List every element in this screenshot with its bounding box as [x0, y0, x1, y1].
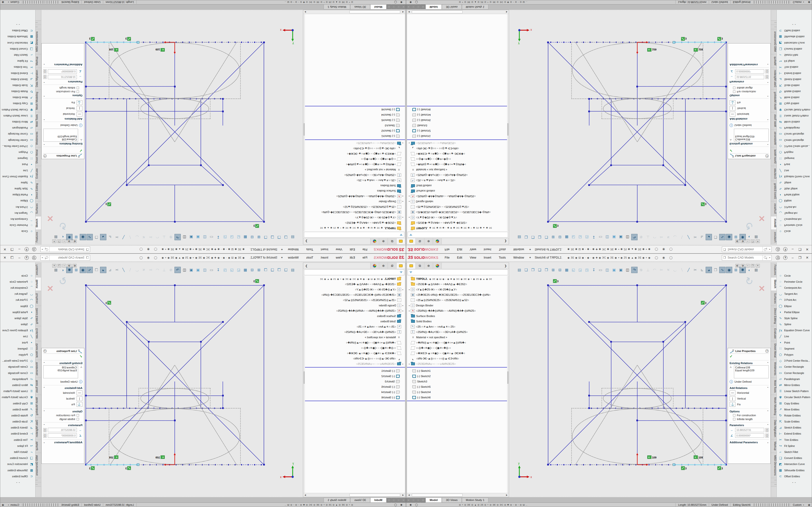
tree-horizontal-scrollbar[interactable]: ◀ ▶: [407, 493, 509, 497]
doc-window-button[interactable]: ❐: [751, 264, 755, 268]
toolbar-ring-icon[interactable]: ◯: [154, 256, 157, 259]
toolbar-icon[interactable]: ⊕: [638, 267, 644, 273]
menu-item[interactable]: View: [335, 247, 343, 251]
tool-item[interactable]: ✾ Circular Sketch Pattern: [777, 107, 812, 113]
expand-arrow-icon[interactable]: ▸: [401, 195, 404, 198]
tool-item[interactable]: ◗ Partial Ellipse: [0, 192, 35, 198]
help-icon[interactable]: ?: [43, 154, 47, 158]
tool-item[interactable]: ◠ 3 Point Arc: [777, 297, 812, 303]
status-custom-dropdown[interactable]: Custom ▴: [5, 503, 22, 506]
tool-item[interactable]: ↗ Move Entities: [0, 406, 35, 412]
doc-window-button[interactable]: ◧: [735, 239, 740, 243]
toolbar-icon[interactable]: ◫: [202, 234, 208, 240]
tree-row[interactable]: ○∙◎✚○✳◉[○ ◦ ○]◉✳○✚◎∙○: [407, 157, 509, 162]
tool-item[interactable]: ◯ Ellipse: [0, 303, 35, 309]
toolbar-icon[interactable]: ✕: [141, 267, 147, 273]
toolbar-icon[interactable]: ◲: [577, 234, 583, 240]
menu-item[interactable]: File: [362, 247, 368, 251]
tool-item[interactable]: ⇄ Mirror Entities: [777, 119, 812, 125]
document-tab[interactable]: 3D Views: [442, 5, 462, 9]
scroll-left-icon[interactable]: ◀: [401, 11, 405, 13]
relation-badges[interactable]: = 109 = 109 3 3 3 3: [553, 279, 723, 470]
tree-vertical-scrollbar[interactable]: [507, 14, 509, 231]
section-options[interactable]: Options ⌃: [43, 408, 83, 413]
tree-row[interactable]: Surface Bodies: [303, 314, 405, 319]
toolbar-icon[interactable]: ◠: [652, 267, 658, 273]
help-icon[interactable]: ?: [765, 349, 769, 353]
sketch-blue-geometry[interactable]: [86, 285, 264, 465]
scroll-track[interactable]: [411, 10, 505, 14]
tree-row[interactable]: ○∙◎✚○✳◉[○ ◦ ○]◉✳○✚◎∙○: [407, 345, 509, 350]
more-tools-chevron-icon[interactable]: ⌄⌄: [777, 481, 812, 483]
tree-row[interactable]: ▸ ▯ Design Binder: [303, 303, 405, 308]
parameter-field[interactable]: 0.00000000°: [48, 69, 77, 74]
toolbar-icon[interactable]: ❒: [543, 234, 550, 240]
toolbar-icon[interactable]: ▣: [618, 234, 624, 240]
add-relation-row[interactable]: — Horizontal: [43, 112, 83, 117]
toolbar-icon[interactable]: ▦: [564, 267, 570, 273]
scroll-track[interactable]: [411, 493, 505, 497]
search-input[interactable]: [50, 247, 85, 251]
tool-item[interactable]: ◯ Ellipse: [0, 198, 35, 204]
tool-item[interactable]: ◌ Perimeter Circle: [777, 279, 812, 285]
tool-item[interactable]: ⊞ Copy Entities: [0, 101, 35, 107]
toolbar-icon[interactable]: ❑: [269, 234, 275, 240]
tool-item[interactable]: ⊿ Stretch Entities: [777, 425, 812, 431]
toolbar-icon[interactable]: ∿: [719, 267, 725, 273]
document-tab[interactable]: 3D Views: [350, 498, 370, 502]
tool-item[interactable]: ⠿ Linear Sketch Pattern: [0, 113, 35, 119]
command-tab[interactable]: Data Migration: [35, 68, 41, 90]
menu-item[interactable]: View: [469, 256, 477, 260]
toolbar-icon[interactable]: ✂: [114, 234, 120, 240]
tree-row[interactable]: ◔ ○25▲◎25ИNЗЕ25○ ◦ ○25ЗЕNИ52◎▲52○: [303, 204, 405, 210]
toolbar-icon[interactable]: ⊞: [733, 267, 739, 273]
tool-item[interactable]: ∿ Style Spline: [0, 315, 35, 321]
menu-item[interactable]: View: [335, 256, 343, 260]
command-tab[interactable]: Evaluate: [771, 166, 777, 181]
tab-configuration-manager[interactable]: ⊕: [379, 263, 388, 269]
section-additional-parameters[interactable]: Additional Parameters ⌄: [43, 63, 83, 68]
tree-row[interactable]: ≡ Material < not specified >: [407, 335, 509, 340]
toolbar-icon[interactable]: ⊞: [256, 267, 262, 273]
tool-item[interactable]: ▩ Silhouette Entities: [0, 467, 35, 473]
tool-item[interactable]: ▭ Corner Rectangle: [0, 131, 35, 137]
toolbar-icon[interactable]: ◱: [236, 267, 242, 273]
toolbar-icon[interactable]: ▦: [242, 267, 248, 273]
tool-item[interactable]: ✾ Circular Sketch Pattern: [0, 107, 35, 113]
toolbar-icon[interactable]: ▣: [188, 234, 194, 240]
minimize-button[interactable]: –: [16, 247, 23, 251]
selected-segment[interactable]: [86, 463, 139, 466]
tab-nav-button[interactable]: »: [387, 498, 391, 502]
toolbar-icon[interactable]: ❑: [537, 234, 543, 240]
menu-item[interactable]: Insert: [483, 247, 492, 251]
toolbar-icon[interactable]: ✕: [665, 267, 671, 273]
tab-nav-button[interactable]: «: [406, 5, 411, 9]
tree-row-sketch[interactable]: (-) Sketch2: [303, 374, 405, 379]
parameter-field[interactable]: 0.00000000°: [735, 69, 764, 74]
command-tab[interactable]: Sketch: [35, 216, 41, 230]
tool-item[interactable]: ◩ Intersection Curve: [777, 461, 812, 467]
tree-row[interactable]: Surface Bodies: [407, 314, 509, 319]
toolbar-icon[interactable]: ▤: [290, 267, 296, 273]
tree-row[interactable]: ▦ ○25✚ЗЕ25○ИN◎◦✚ЭСЗЕUЗЕ25○ ◦ ○25ЗЕUЗЕСЭ✚…: [407, 292, 509, 297]
tool-item[interactable]: ∿ Spline: [777, 180, 812, 186]
toolbar-icon[interactable]: ⊾: [699, 267, 705, 273]
tab-featuremanager-tree[interactable]: [396, 238, 405, 244]
tool-item[interactable]: ↻ Rotate Entities: [777, 412, 812, 418]
command-tab[interactable]: Surfaces: [35, 291, 41, 306]
tool-item[interactable]: ▪ Point: [0, 162, 35, 168]
toolbar-icon[interactable]: ❏: [283, 234, 289, 240]
tree-row[interactable]: ⌞ ○ИN◦ЭЄ◦▲◎○○ ◦ ○○◎▲◦ЄЭ◦ИN○: [407, 146, 509, 151]
close-button[interactable]: ✕: [804, 256, 811, 260]
tool-item[interactable]: ◯ Ellipse: [777, 303, 812, 309]
tab-featuremanager-tree[interactable]: [407, 238, 416, 244]
tool-item[interactable]: ◡ Tangent Arc: [777, 291, 812, 297]
tool-item[interactable]: ◩ Intersection Curve: [0, 461, 35, 467]
toolbar-ring-icon[interactable]: ◯: [140, 248, 143, 251]
tree-row-sketch[interactable]: (-) Sketch5: [407, 118, 509, 123]
tab-display-manager[interactable]: [433, 263, 442, 269]
tree-row[interactable]: ○✚ИN◎▲+○✳◉[○ ◦ ○]◉✳○+▲◎ИN✚○: [407, 162, 509, 167]
toolbar-icon[interactable]: ▣: [611, 234, 617, 240]
tool-item[interactable]: ∿ Style Spline: [0, 186, 35, 192]
toolbar-icon[interactable]: ╱: [686, 267, 692, 273]
